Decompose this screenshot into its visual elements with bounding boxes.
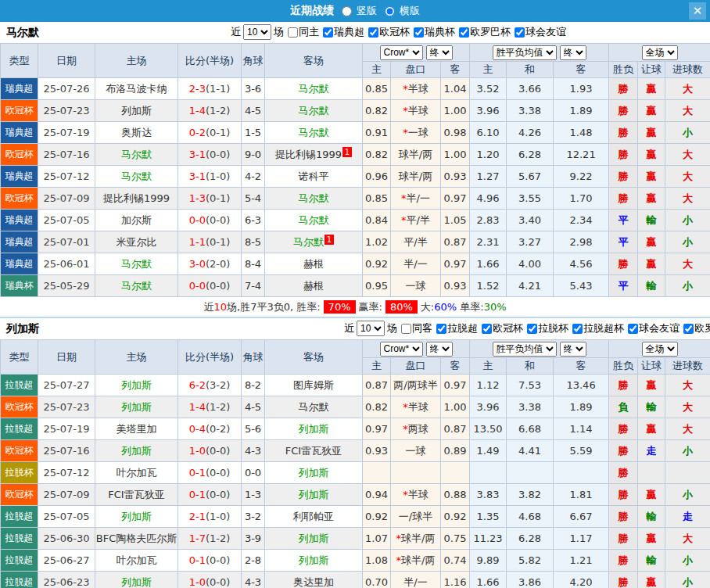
fulltime-score: 1-4 [189,401,206,413]
match-row: 拉脱超25-06-30BFC陶格夫匹尔斯1-7(1-2)3-9列加斯1.07*球… [1,528,710,550]
away-team-name: 赫根 [303,258,324,270]
league-checkbox[interactable] [628,324,638,334]
result-wdl-cell: 平 [609,275,638,297]
date-cell: 25-07-23 [38,100,95,122]
league-checkbox[interactable] [572,324,583,334]
date-cell: 25-06-23 [38,572,95,588]
league-checkbox-label: 瑞典杯 [425,25,455,39]
result-goals-cell: 大 [665,188,710,210]
odds-time-select[interactable]: 终 [426,45,453,60]
league-checkbox[interactable] [368,27,378,38]
mean-away-cell: 12.21 [554,144,609,166]
vertical-layout-label[interactable]: 竖版 [357,4,377,18]
result-goals-cell: 小 [665,572,710,588]
date-cell: 25-07-09 [38,188,95,210]
odds-time-select[interactable]: 终 [426,342,453,357]
result-wdl-cell: 平 [609,210,638,231]
score-cell: 3-0(2-0) [178,253,242,275]
mean-time-select[interactable]: 终 [560,45,586,60]
home-team-cell: 马尔默 [95,275,178,297]
home-team-cell: 列加斯 [95,396,178,418]
result-value: 勝 [619,127,629,138]
corners-cell: 6-3 [242,210,265,231]
match-row: 拉脱超25-06-27叶尔加瓦0-1(0-0)2-8列加斯1.08*球半/两0.… [1,550,710,572]
result-value: 小 [683,554,693,566]
result-wdl-cell: 勝 [609,418,638,440]
fulltime-score: 6-2 [189,379,206,391]
fulltime-score: 0-2 [189,127,206,138]
corners-cell: 4-5 [242,100,265,122]
league-checkbox[interactable] [323,27,333,38]
fulltime-score: 0-1 [189,467,206,479]
league-checkbox[interactable] [515,27,525,38]
match-count-select[interactable]: 10 [357,321,385,336]
home-team-cell: 布洛马波卡纳 [95,78,178,100]
halftime-score: (0-0) [206,214,230,226]
horizontal-layout-radio[interactable] [385,6,395,16]
fulltime-score: 3-1 [189,149,206,160]
result-wdl-cell: 勝 [609,100,638,122]
match-scope-select[interactable]: 全场 [642,342,678,357]
horizontal-layout-label[interactable]: 横版 [400,4,420,18]
mean-draw-cell: 6.28 [507,528,554,550]
fulltime-score: 1-0 [189,576,206,588]
corners-cell: 5-6 [242,418,265,440]
vertical-layout-radio[interactable] [342,6,352,16]
mean-type-select[interactable]: 胜平负均值 [493,45,557,60]
column-header: 类型 [1,340,38,375]
result-value: 大 [683,532,693,544]
halftime-score: (0-0) [206,554,230,566]
league-checkbox[interactable] [436,324,446,334]
handicap-value: 球半/两 [401,532,435,544]
sub-column-header: 客 [441,62,470,78]
handicap-cell: 半/一 [391,253,441,275]
league-checkbox-label: 欧罗巴杯 [470,25,511,39]
bookmaker-select[interactable]: Crow* [380,342,423,357]
home-team-name: 马尔默 [121,170,152,182]
close-button[interactable]: ✕ [689,2,706,20]
match-count-select[interactable]: 10 [243,24,271,40]
mean-away-cell: 4.56 [554,253,609,275]
league-checkbox[interactable] [683,324,694,334]
mean-away-cell: 1.70 [554,188,609,210]
result-value: 勝 [619,379,629,391]
mean-type-select[interactable]: 胜平负均值 [493,342,557,357]
away-odds-cell: 1.04 [441,78,470,100]
home-team-cell: 叶尔加瓦 [95,550,178,572]
league-checkbox[interactable] [414,27,424,38]
home-team-name: FCI雷瓦狄亚 [108,489,164,500]
halftime-score: (0-0) [206,149,230,160]
handicap-value: 两球 [408,423,429,435]
result-value: 走 [683,511,693,522]
result-value: 平 [619,214,629,226]
league-checkbox[interactable] [459,27,469,38]
sub-column-header: 和 [507,62,554,78]
same-venue-label: 同主 [299,25,319,39]
sub-column-header: 主 [363,62,391,78]
league-checkbox[interactable] [482,324,492,334]
home-odds-cell: 0.82 [363,144,391,166]
mean-away-cell: 1.14 [554,418,609,440]
mean-away-cell: 2.98 [554,231,609,253]
same-venue-checkbox[interactable] [401,324,411,334]
score-cell: 0-0(0-0) [178,210,242,231]
result-value: 勝 [619,149,629,160]
away-team-name: 马尔默 [299,83,329,95]
date-cell: 25-07-01 [38,231,95,253]
bookmaker-select[interactable]: Crow* [380,45,423,60]
mean-away-cell: 13.46 [554,375,609,396]
away-odds-cell: 0.89 [441,440,470,462]
away-odds-cell: 0.87 [441,231,470,253]
same-venue-checkbox[interactable] [288,27,298,38]
league-checkbox[interactable] [527,324,537,334]
away-team-name: 列加斯 [299,554,329,566]
date-cell: 25-07-23 [38,396,95,418]
corners-cell: 9-0 [242,144,265,166]
match-scope-select[interactable]: 全场 [642,45,678,60]
mean-home-cell: 3.96 [470,100,507,122]
away-team-cell: 马尔默 [265,210,363,231]
games-label: 场 [274,25,284,39]
away-team-name: 列加斯 [299,467,329,479]
mean-draw-cell: 3.55 [507,188,554,210]
mean-time-select[interactable]: 终 [560,342,586,357]
